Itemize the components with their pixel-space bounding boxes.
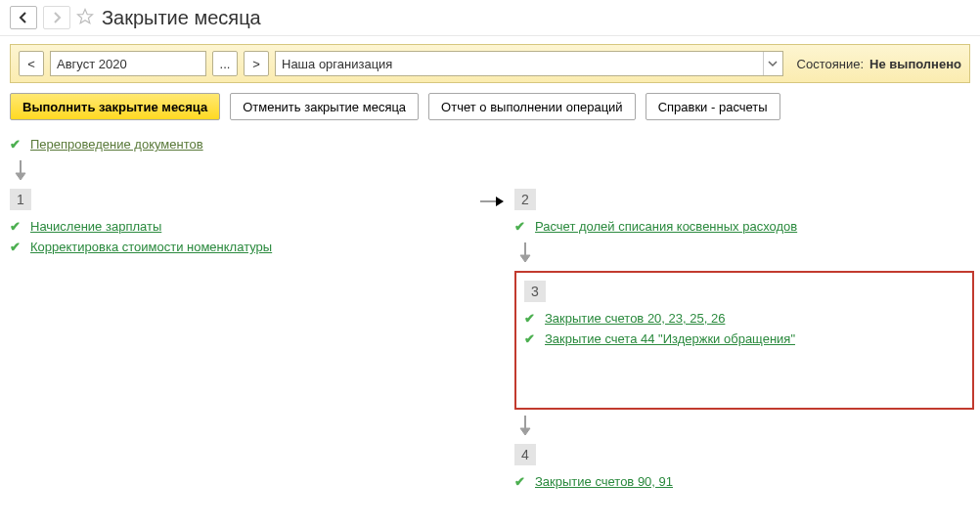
references-button[interactable]: Справки - расчеты	[646, 93, 780, 120]
check-icon: ✔	[514, 474, 525, 489]
status-label: Состояние:	[797, 57, 864, 71]
execute-button[interactable]: Выполнить закрытие месяца	[10, 93, 220, 120]
dropdown-icon	[763, 52, 782, 75]
arrow-down-icon	[14, 160, 970, 183]
op-indirect-costs[interactable]: Расчет долей списания косвенных расходов	[535, 219, 797, 234]
report-button[interactable]: Отчет о выполнении операций	[428, 93, 636, 120]
svg-marker-2	[16, 173, 25, 180]
op-repost-docs[interactable]: Перепроведение документов	[30, 137, 203, 152]
stage-4-num: 4	[514, 444, 536, 465]
check-icon: ✔	[10, 240, 21, 254]
favorite-icon[interactable]	[76, 8, 94, 28]
period-prev-button[interactable]: <	[19, 51, 44, 76]
cancel-button[interactable]: Отменить закрытие месяца	[230, 93, 419, 120]
check-icon: ✔	[524, 311, 535, 326]
stage-3-highlight: 3 ✔ Закрытие счетов 20, 23, 25, 26 ✔ Зак…	[514, 271, 974, 410]
status-value: Не выполнено	[869, 57, 961, 71]
nav-forward-button[interactable]	[43, 6, 70, 29]
check-icon: ✔	[524, 331, 535, 346]
organization-select[interactable]: Наша организация	[275, 51, 783, 76]
svg-marker-8	[520, 428, 530, 435]
arrow-right-icon	[469, 189, 514, 208]
period-field[interactable]: Август 2020	[50, 51, 206, 76]
stage-1-num: 1	[10, 189, 31, 210]
op-salary[interactable]: Начисление зарплаты	[30, 219, 161, 234]
op-close-20-23-25-26[interactable]: Закрытие счетов 20, 23, 25, 26	[545, 311, 725, 326]
svg-marker-4	[496, 197, 504, 206]
op-close-90-91[interactable]: Закрытие счетов 90, 91	[535, 474, 673, 489]
arrow-down-icon	[518, 416, 974, 438]
op-close-44[interactable]: Закрытие счета 44 "Издержки обращения"	[545, 331, 795, 346]
arrow-down-icon	[518, 242, 974, 265]
check-icon: ✔	[10, 137, 21, 152]
period-toolbar: < Август 2020 ... > Наша организация Сос…	[10, 44, 970, 83]
stage-3-num: 3	[524, 281, 546, 302]
stage-2-num: 2	[514, 189, 536, 210]
check-icon: ✔	[10, 219, 21, 234]
period-picker-button[interactable]: ...	[212, 51, 238, 76]
period-next-button[interactable]: >	[244, 51, 269, 76]
op-cost-adjustment[interactable]: Корректировка стоимости номенклатуры	[30, 240, 272, 254]
svg-marker-0	[78, 9, 93, 22]
page-title: Закрытие месяца	[102, 7, 261, 29]
organization-value: Наша организация	[282, 57, 392, 71]
check-icon: ✔	[514, 219, 525, 234]
svg-marker-6	[520, 255, 530, 262]
nav-back-button[interactable]	[10, 6, 37, 29]
